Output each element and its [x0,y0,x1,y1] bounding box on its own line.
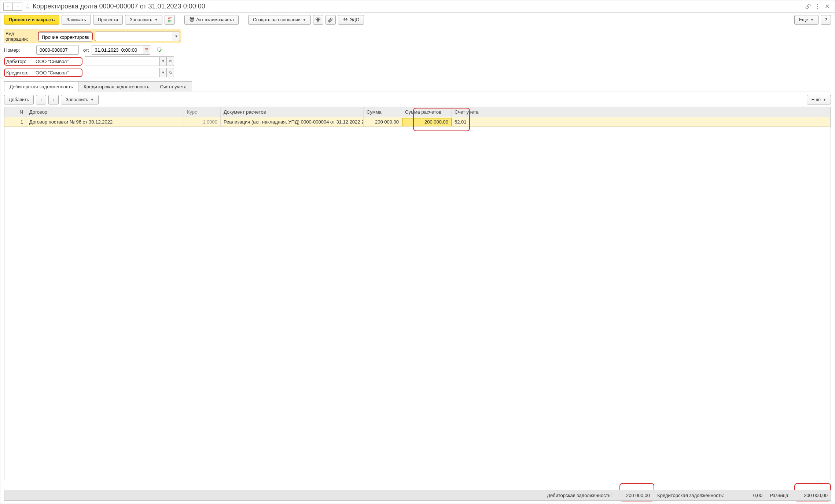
create-based-button[interactable]: Создать на основании▼ [248,15,311,25]
col-contract[interactable]: Договор [26,107,184,117]
fill-button[interactable]: Заполнить▼ [125,15,162,25]
footer-diff-label: Разница: [770,493,790,498]
window-title: Корректировка долга 0000-000007 от 31.01… [33,3,205,10]
offset-act-button[interactable]: Акт взаимозачета [184,15,239,25]
creditor-dropdown-button[interactable]: ▼ [159,68,167,77]
col-rate[interactable]: Курс [184,107,221,117]
dtkt-icon-button[interactable]: ДтКт [165,15,175,25]
calendar-icon[interactable]: 📅 [143,45,150,55]
cell-rate: 1,0000 [184,117,221,126]
debtor-label: Дебитор: [6,59,33,64]
footer-credit-label: Кредиторская задолженность: [657,493,724,498]
more-button[interactable]: Еще▼ [794,15,819,25]
edo-button[interactable]: ЭДО [338,15,364,25]
move-up-button[interactable]: ↑ [36,95,46,104]
move-down-button[interactable]: ↓ [48,95,59,104]
date-combo: 📅 [92,45,150,55]
footer-debit-value: 200 000,00 [613,493,650,498]
number-input[interactable] [39,45,76,54]
save-button[interactable]: Записать [62,15,91,25]
cell-doc: Реализация (акт, накладная, УПД) 0000-00… [221,117,364,126]
table-row[interactable]: 1 Договор поставки № 96 от 30.12.2022 1,… [4,117,831,127]
svg-rect-6 [157,48,161,51]
close-icon[interactable]: ✕ [822,2,832,11]
creditor-value-preview: ООО "Символ" [36,70,69,76]
main-toolbar: Провести и закрыть Записать Провести Зап… [0,13,835,27]
creditor-combo: ▼ ⧉ [85,68,174,77]
footer-debit-label: Дебиторская задолженность: [547,493,612,498]
op-type-row: Вид операции: ▼ [4,29,181,43]
printer-icon [189,16,195,23]
op-type-highlight [38,32,93,41]
creditor-row: Кредитор: ООО "Символ" ▼ ⧉ [4,68,831,77]
cell-n: 1 [4,117,26,126]
post-and-close-button[interactable]: Провести и закрыть [4,15,59,25]
tab-fill-button[interactable]: Заполнить▼ [61,95,98,104]
op-type-field[interactable] [38,32,92,42]
number-field[interactable] [36,45,79,55]
cell-sum-settle[interactable]: 200 000,00 [402,118,452,126]
tab-credit[interactable]: Кредиторская задолженность [78,81,155,92]
number-row: Номер: от: 📅 [4,45,831,55]
post-button[interactable]: Провести [93,15,123,25]
date-input[interactable] [94,45,141,54]
op-type-ext-field[interactable] [95,32,173,41]
attachment-icon-button[interactable] [325,15,336,25]
op-type-dropdown-button[interactable]: ▼ [173,32,180,41]
svg-rect-5 [317,20,319,22]
col-doc[interactable]: Документ расчетов [221,107,364,117]
edo-icon [343,16,348,23]
debtor-open-button[interactable]: ⧉ [167,56,174,66]
date-label: от: [83,47,89,53]
tab-debit[interactable]: Дебиторская задолженность [4,81,78,92]
table-header: N Договор Курс Документ расчетов Сумма С… [4,107,831,117]
tab-toolbar: Добавить ↑ ↓ Заполнить▼ Еще▼ [0,92,835,107]
back-button[interactable]: ← [3,3,13,11]
debtor-dropdown-button[interactable]: ▼ [159,56,167,66]
tabs: Дебиторская задолженность Кредиторская з… [4,81,831,92]
status-ok-icon [157,47,162,53]
tab-more-button[interactable]: Еще▼ [807,95,831,104]
debtor-field[interactable] [85,56,159,66]
op-type-ext: ▼ [95,32,180,41]
date-field[interactable] [92,45,143,55]
link-icon[interactable] [803,2,813,11]
footer-totals: Дебиторская задолженность: 200 000,00 Кр… [4,490,831,501]
creditor-label: Кредитор: [6,70,33,76]
col-n[interactable]: N [4,107,26,117]
op-type-label: Вид операции: [5,31,36,42]
op-type-input[interactable] [41,33,90,41]
creditor-field[interactable] [85,68,159,77]
col-account[interactable]: Счет учета [452,107,831,117]
svg-rect-3 [316,18,317,19]
add-row-button[interactable]: Добавить [4,95,34,104]
table: N Договор Курс Документ расчетов Сумма С… [4,107,831,480]
titlebar: ← → ☆ Корректировка долга 0000-000007 от… [0,0,835,13]
debtor-combo: ▼ ⧉ [85,56,174,66]
number-label: Номер: [4,47,34,53]
forward-button[interactable]: → [13,3,22,11]
form-area: Вид операции: ▼ Номер: от: 📅 [0,27,835,79]
col-sum[interactable]: Сумма [364,107,402,117]
help-button[interactable]: ? [821,15,831,25]
cell-sum: 200 000,00 [364,117,402,126]
debtor-row: Дебитор: ООО "Символ" ▼ ⧉ [4,56,831,66]
cell-account: 62.01 [452,117,831,126]
kebab-icon[interactable]: ⋮ [813,2,822,11]
footer-credit-value: 0,00 [726,493,762,498]
structure-icon-button[interactable] [313,15,323,25]
favorite-icon[interactable]: ☆ [25,3,30,11]
svg-rect-4 [319,18,320,19]
col-sum-settle[interactable]: Сумма расчетов [402,107,452,117]
footer-diff-value: 200 000,00 [791,493,828,498]
cell-contract: Договор поставки № 96 от 30.12.2022 [26,117,184,126]
debtor-value-preview: ООО "Символ" [36,59,69,64]
tab-accounts[interactable]: Счета учета [155,81,192,92]
creditor-open-button[interactable]: ⧉ [167,68,174,77]
